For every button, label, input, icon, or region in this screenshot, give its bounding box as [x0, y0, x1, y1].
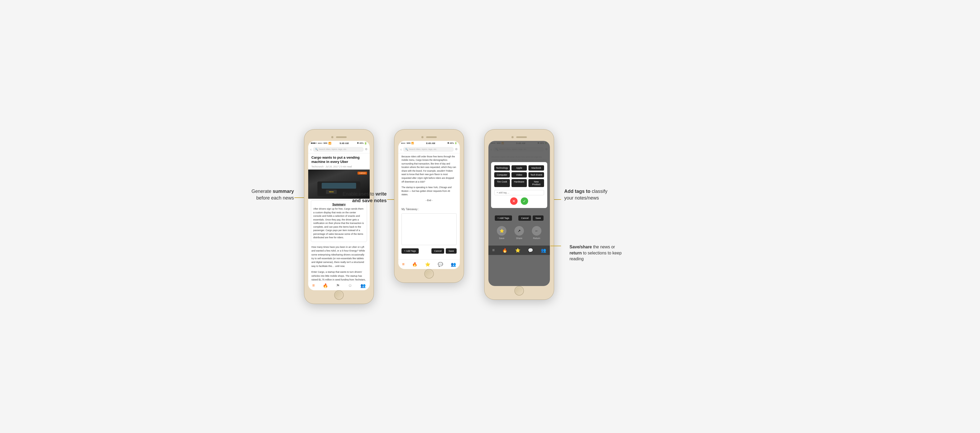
takeaway-textarea-2[interactable] [401, 213, 457, 245]
summary-text-1: After drivers sign up for free, Cargo se… [313, 207, 365, 240]
add-tags-button-3[interactable]: + Add Tags [495, 216, 512, 221]
save-button-2[interactable]: Save [446, 248, 457, 254]
save-button-3[interactable]: Save [533, 216, 544, 221]
nav-star-icon-3[interactable]: ⭐ [515, 248, 520, 253]
phone-top-bar-2 [398, 133, 460, 141]
phone-screen-3: ●●●○ WIK 📶 9:49 AM ✱ 49% 🔋 ‹ 🔍 Search ti… [488, 141, 550, 286]
back-button-1[interactable]: ‹ [310, 147, 312, 152]
summary-box-1: Summary After drivers sign up for free, … [311, 200, 367, 242]
speaker-3 [516, 136, 527, 138]
bottom-nav-2[interactable]: ≡ 🔥 ⭐ 💬 👥 [398, 259, 460, 269]
arrow-save [550, 246, 561, 246]
article-title-1: Cargo wants to put a vending machine in … [308, 153, 370, 166]
tags-grid-3: Technology Apple Macbook Computer Video … [494, 165, 544, 187]
tag-hardware[interactable]: Hardware [511, 179, 527, 187]
save-icon-circle-3[interactable]: ⭐ [497, 226, 506, 236]
nav-people-icon-2[interactable]: 👥 [451, 262, 456, 267]
battery-1: 49% [360, 142, 364, 144]
share-action-3[interactable]: ↗ Share [514, 226, 524, 240]
time-1: 9:49 AM [339, 142, 348, 145]
gear-icon-1[interactable]: ⚙ [365, 147, 368, 151]
nav-fire-icon-3[interactable]: 🔥 [502, 248, 508, 253]
tag-computer[interactable]: Computer [494, 172, 510, 177]
share-icon-circle-3[interactable]: ↗ [514, 226, 524, 236]
bluetooth-icon-1: ✱ [357, 142, 359, 144]
tags-overlay-3: Technology Apple Macbook Computer Video … [488, 141, 550, 286]
tag-apple[interactable]: Apple [511, 165, 527, 171]
notes-content-2: Because riders still order those free it… [398, 153, 460, 259]
nav-star-icon-2[interactable]: ⭐ [425, 262, 430, 267]
cancel-button-2[interactable]: Cancel [431, 248, 444, 254]
phone1-wrapper: Generate summary before each news [304, 130, 373, 304]
wifi-icon-1: 📶 [328, 142, 331, 145]
add-tags-button-2[interactable]: + Add Tags [401, 248, 419, 254]
tag-technology[interactable]: Technology [494, 165, 510, 171]
share-label-3: Share [516, 237, 522, 240]
search-placeholder-1: Search titles, topics, tags, etc. [319, 148, 347, 150]
annotation-1: Generate summary before each news [246, 188, 294, 201]
phone-bottom-3 [488, 286, 550, 296]
article-meta-1: Techcrunch · Jul 20, 2017 | 5 min read [308, 165, 370, 169]
search-input-2[interactable]: 🔍 Search titles, topics, tags, etc. [403, 147, 454, 152]
article-content-1: Cargo wants to put a vending machine in … [308, 153, 370, 281]
tag-tech-event[interactable]: Tech Event [528, 172, 544, 177]
cancel-button-3[interactable]: Cancel [519, 216, 531, 221]
nav-menu-icon-2[interactable]: ≡ [402, 262, 404, 267]
action-icons-row-3: ⭐ Save ↗ Share ← Return [492, 223, 547, 243]
camera-2 [422, 136, 423, 138]
nav-fire-icon-2[interactable]: 🔥 [412, 262, 417, 267]
bottom-nav-1[interactable]: ≡ 🔥 ⚑ ☺ 👥 [308, 281, 370, 290]
phone-3: ●●●○ WIK 📶 9:49 AM ✱ 49% 🔋 ‹ 🔍 Search ti… [485, 130, 554, 299]
bottom-nav-3[interactable]: ≡ 🔥 ⭐ 💬 👥 [488, 245, 550, 255]
tag-ok-button-3[interactable]: ✓ [521, 197, 528, 205]
nav-people-icon-1[interactable]: 👥 [360, 283, 366, 288]
nav-smiley-icon-1[interactable]: ☺ [348, 283, 352, 288]
action-buttons-3[interactable]: + Add Tags Cancel Save [492, 213, 547, 223]
page-container: Generate summary before each news [304, 130, 676, 304]
nav-people-icon-3[interactable]: 👥 [541, 248, 546, 253]
phone3-wrapper: Add tags to classify your notes/news ●●●… [485, 130, 554, 299]
tag-tim-cook[interactable]: Tim Cook [494, 179, 510, 187]
home-button-1[interactable] [334, 290, 344, 300]
image-logo: CARGO [358, 172, 367, 174]
action-buttons-2[interactable]: + Add Tags Cancel Save [398, 246, 460, 256]
time-2: 9:49 AM [426, 142, 435, 145]
status-bar-2: ●●●○ WIK 📶 9:49 AM ✱ 49% 🔋 [398, 141, 460, 145]
tag-macbook[interactable]: Macbook [528, 165, 544, 171]
nav-flag-icon-1[interactable]: ⚑ [336, 283, 340, 288]
nav-fire-icon-1[interactable]: 🔥 [323, 283, 328, 288]
tags-modal-3: Technology Apple Macbook Computer Video … [491, 162, 547, 208]
tag-video[interactable]: Video [511, 172, 527, 177]
home-button-2[interactable] [424, 269, 434, 279]
action-icons-row-2: ⭐ Save ↗ Share ← Return [398, 256, 460, 259]
home-button-3[interactable] [514, 286, 524, 296]
article-body-2: Because riders still order those free it… [398, 153, 460, 206]
carrier-2: ●●●○ WIK 📶 [401, 142, 414, 144]
save-action-3[interactable]: ⭐ Save [497, 226, 506, 240]
search-input-1[interactable]: 🔍 Search titles, topics, tags, etc. [313, 147, 364, 152]
nav-menu-icon-3[interactable]: ≡ [492, 248, 495, 252]
search-bar-1[interactable]: ‹ 🔍 Search titles, topics, tags, etc. ⚙ [308, 145, 370, 153]
annotation-save-share: Save/share the news or return to selecti… [570, 244, 622, 262]
nav-chat-icon-3[interactable]: 💬 [528, 248, 533, 253]
status-bar-1: ●●●○ WIK 📶 9:49 AM ✱ 49% 🔋 [308, 141, 370, 145]
search-icon-1: 🔍 [315, 148, 318, 151]
return-label-3: Return [533, 237, 540, 240]
phone-2: ●●●○ WIK 📶 9:49 AM ✱ 49% 🔋 ‹ 🔍 Search ti… [395, 130, 463, 282]
tag-cancel-button-3[interactable]: ✕ [510, 197, 517, 205]
add-tag-input-3[interactable] [494, 190, 544, 195]
back-button-2[interactable]: ‹ [401, 147, 402, 152]
phone-screen-1: ●●●○ WIK 📶 9:49 AM ✱ 49% 🔋 ‹ 🔍 Se [308, 141, 370, 290]
annotation-2: Enable uses to write and save notes [339, 191, 387, 204]
return-icon-circle-3[interactable]: ← [532, 226, 541, 236]
gear-icon-2[interactable]: ⚙ [455, 147, 458, 151]
return-action-3[interactable]: ← Return [532, 226, 541, 240]
camera-1 [331, 136, 333, 138]
nav-chat-icon-2[interactable]: 💬 [438, 262, 443, 267]
tag-new-product[interactable]: New Product [528, 179, 544, 187]
search-bar-2[interactable]: ‹ 🔍 Search titles, topics, tags, etc. ⚙ [398, 145, 460, 153]
phone-top-bar-1 [308, 133, 370, 141]
nav-menu-icon-1[interactable]: ≡ [312, 283, 315, 288]
article-body-1: How many times have you been in an Uber … [308, 244, 370, 281]
takeaway-label-2: My Takeaway : [398, 206, 460, 212]
